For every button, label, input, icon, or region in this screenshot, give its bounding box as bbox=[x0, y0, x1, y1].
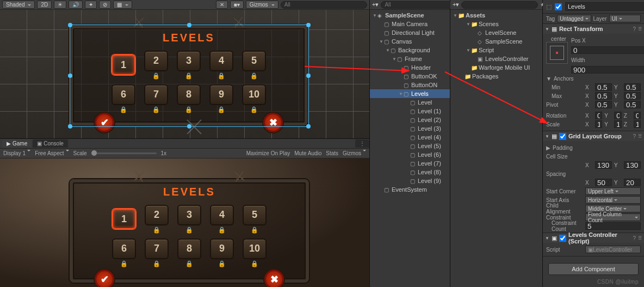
rot-y[interactable] bbox=[614, 112, 621, 119]
project-item[interactable]: ◇SampleScene bbox=[450, 37, 542, 46]
scene-camera-icon[interactable]: ■▾ bbox=[230, 1, 244, 9]
scene-view[interactable]: ⚔ ⚔ LEVELS 1 2🔒 3🔒 4🔒 5🔒 6🔒 7🔒 8🔒 9🔒 10🔒… bbox=[0, 10, 369, 139]
anchor-min-y[interactable] bbox=[624, 83, 641, 91]
aspect-dropdown[interactable]: Free Aspect bbox=[35, 150, 69, 156]
mode-2d-toggle[interactable]: 2D bbox=[37, 1, 52, 9]
hierarchy-item[interactable]: ▢Level (8) bbox=[370, 168, 450, 176]
ok-button[interactable]: ✔ bbox=[95, 270, 114, 287]
project-item[interactable]: ▼📁Scenes bbox=[450, 20, 542, 28]
level-button[interactable]: 2🔒 bbox=[143, 204, 170, 234]
scale-y[interactable] bbox=[614, 120, 621, 128]
hierarchy-item[interactable]: ▢Directional Light bbox=[370, 28, 450, 37]
hierarchy-item[interactable]: ▼▢Canvas bbox=[370, 37, 450, 46]
level-button[interactable]: 10🔒 bbox=[241, 237, 268, 268]
scene-row[interactable]: ▼◈SampleScene bbox=[370, 11, 450, 20]
help-icon[interactable]: ? bbox=[633, 235, 636, 241]
constraint-count[interactable] bbox=[585, 222, 641, 230]
foldout-icon[interactable]: ▶ bbox=[546, 145, 550, 151]
hierarchy-item[interactable]: ▢Level (1) bbox=[370, 107, 450, 115]
level-button[interactable]: 3🔒 bbox=[176, 204, 203, 234]
create-dropdown[interactable]: +▾ bbox=[372, 1, 379, 8]
component-enabled-checkbox[interactable] bbox=[559, 133, 566, 140]
gameobject-name-input[interactable] bbox=[565, 2, 644, 11]
component-enabled-checkbox[interactable] bbox=[559, 235, 566, 242]
hierarchy-item[interactable]: ▢Level (5) bbox=[370, 142, 450, 150]
project-search-input[interactable] bbox=[461, 1, 538, 9]
hierarchy-item[interactable]: ▢Level bbox=[370, 98, 450, 107]
anchor-min-x[interactable] bbox=[595, 83, 612, 91]
anchor-preset-button[interactable] bbox=[546, 42, 568, 64]
hierarchy-item[interactable]: ▼▢Background bbox=[370, 46, 450, 54]
mute-toggle[interactable]: Mute Audio bbox=[294, 150, 321, 156]
preset-icon[interactable]: ⠿ bbox=[638, 235, 642, 241]
hierarchy-item[interactable]: ▢ButtonON bbox=[370, 81, 450, 89]
hierarchy-item[interactable]: ▼▢Frame bbox=[370, 54, 450, 63]
spacing-y[interactable] bbox=[624, 179, 641, 186]
display-dropdown[interactable]: Display 1 bbox=[3, 150, 30, 156]
hierarchy-item[interactable]: ▢Level (3) bbox=[370, 124, 450, 133]
hierarchy-item[interactable]: ▢Level (9) bbox=[370, 176, 450, 185]
game-gizmos-dropdown[interactable]: Gizmos bbox=[343, 150, 366, 156]
layer-dropdown[interactable]: UI bbox=[609, 15, 641, 22]
scene-hidden-toggle[interactable]: ⊘ bbox=[99, 1, 111, 9]
scene-light-toggle[interactable]: ☀ bbox=[54, 1, 66, 9]
help-icon[interactable]: ? bbox=[633, 133, 636, 139]
pivot-x[interactable] bbox=[595, 101, 612, 108]
add-component-button[interactable]: Add Component bbox=[548, 263, 639, 275]
tab-console[interactable]: ▣Console bbox=[33, 139, 68, 148]
scene-search-input[interactable] bbox=[281, 1, 367, 9]
rot-z[interactable] bbox=[634, 112, 641, 119]
create-dropdown[interactable]: +▾ bbox=[453, 1, 459, 8]
level-button[interactable]: 4🔒 bbox=[208, 204, 236, 234]
tab-menu[interactable]: ⋮ bbox=[355, 139, 369, 148]
hierarchy-item[interactable]: ▢Level (6) bbox=[370, 150, 450, 159]
hierarchy-item[interactable]: ▢Header bbox=[370, 63, 450, 72]
scene-audio-toggle[interactable]: 🔊 bbox=[69, 1, 83, 9]
scale-z[interactable] bbox=[634, 120, 641, 128]
scene-tools-icon[interactable]: ✕ bbox=[216, 1, 228, 9]
active-checkbox[interactable] bbox=[555, 3, 562, 10]
level-button[interactable]: 5🔒 bbox=[241, 204, 268, 234]
level-button[interactable]: 7🔒 bbox=[143, 237, 170, 268]
help-icon[interactable]: ? bbox=[633, 26, 636, 32]
cell-x[interactable] bbox=[595, 161, 612, 169]
hierarchy-item[interactable]: ▢Main Camera bbox=[370, 20, 450, 28]
project-item[interactable]: ▼📁Script bbox=[450, 46, 542, 54]
hierarchy-item[interactable]: ▼▢Levels bbox=[370, 89, 450, 98]
component-header[interactable]: ▼ ▣ Levels Controller (Script) ? ⠿ bbox=[543, 233, 644, 243]
shading-dropdown[interactable]: Shaded bbox=[2, 1, 35, 9]
anchor-max-x[interactable] bbox=[595, 92, 612, 100]
cell-y[interactable] bbox=[624, 161, 641, 169]
level-button[interactable]: 8🔒 bbox=[176, 237, 203, 268]
scene-camera-dropdown[interactable]: ▦ bbox=[113, 1, 132, 9]
hierarchy-item[interactable]: ▢EventSystem bbox=[370, 185, 450, 194]
project-item[interactable]: ▣LevelsController bbox=[450, 54, 542, 63]
hierarchy-search-input[interactable] bbox=[381, 1, 457, 9]
rot-x[interactable] bbox=[595, 112, 602, 119]
spacing-x[interactable] bbox=[595, 179, 612, 186]
pivot-y[interactable] bbox=[624, 101, 641, 108]
cancel-button[interactable]: ✖ bbox=[264, 270, 284, 287]
tab-game[interactable]: ▶Game bbox=[2, 139, 32, 148]
hierarchy-item[interactable]: ▢Level (4) bbox=[370, 133, 450, 142]
gizmos-dropdown[interactable]: Gizmos bbox=[246, 1, 278, 9]
project-item[interactable]: 📁Packages bbox=[450, 72, 542, 81]
project-item[interactable]: ◇LevelScene bbox=[450, 28, 542, 37]
hierarchy-item[interactable]: ▢Level (2) bbox=[370, 115, 450, 124]
start-corner-dropdown[interactable]: Upper Left bbox=[585, 187, 641, 195]
assets-row[interactable]: ▼📁Assets bbox=[450, 11, 542, 20]
preset-icon[interactable]: ⠿ bbox=[638, 26, 642, 32]
posx-input[interactable] bbox=[571, 46, 644, 54]
stats-toggle[interactable]: Stats bbox=[326, 150, 338, 156]
hierarchy-item[interactable]: ▢Level (7) bbox=[370, 159, 450, 168]
tag-dropdown[interactable]: Untagged bbox=[557, 15, 591, 22]
start-axis-dropdown[interactable]: Horizontal bbox=[585, 196, 641, 204]
anchor-max-y[interactable] bbox=[624, 92, 641, 100]
scale-slider[interactable] bbox=[91, 152, 157, 154]
level-button[interactable]: 6🔒 bbox=[110, 237, 138, 268]
hierarchy-item[interactable]: ▢ButtonOK bbox=[370, 72, 450, 81]
level-button[interactable]: 9🔒 bbox=[208, 237, 236, 268]
project-item[interactable]: 📁Warforge Mobile UI bbox=[450, 63, 542, 72]
component-header[interactable]: ▼ ▦ Grid Layout Group ? ⠿ bbox=[543, 131, 644, 141]
maximize-toggle[interactable]: Maximize On Play bbox=[246, 150, 290, 156]
